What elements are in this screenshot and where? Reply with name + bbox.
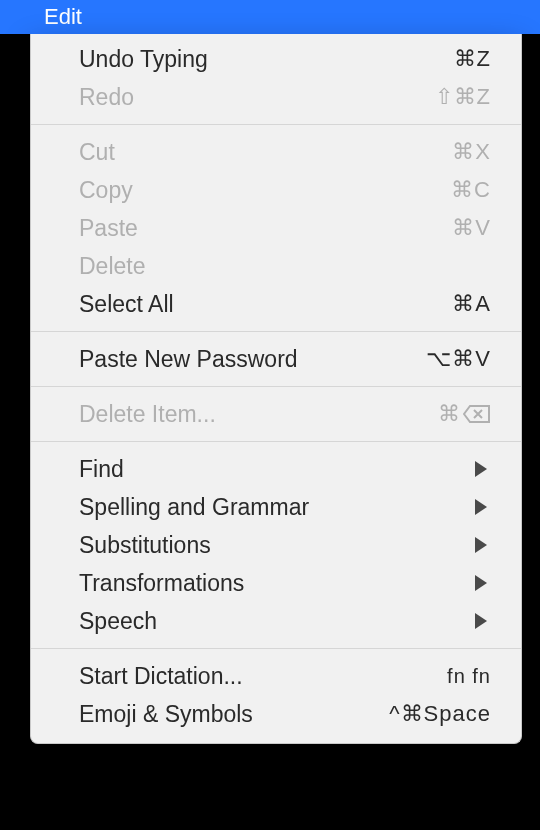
- menu-item-select-all[interactable]: Select All ⌘A: [31, 285, 521, 323]
- menu-separator: [31, 441, 521, 442]
- menu-item-delete: Delete: [31, 247, 521, 285]
- menu-label-delete-item: Delete Item...: [79, 401, 216, 428]
- menu-item-speech[interactable]: Speech: [31, 602, 521, 640]
- menu-label-cut: Cut: [79, 139, 115, 166]
- menu-item-transformations[interactable]: Transformations: [31, 564, 521, 602]
- menu-label-undo: Undo Typing: [79, 46, 208, 73]
- edit-menu-dropdown: Undo Typing ⌘Z Redo ⇧⌘Z Cut ⌘X Copy ⌘C P…: [30, 34, 522, 744]
- menu-item-redo: Redo ⇧⌘Z: [31, 78, 521, 116]
- shortcut-redo: ⇧⌘Z: [435, 84, 491, 110]
- menu-label-select-all: Select All: [79, 291, 174, 318]
- menu-separator: [31, 331, 521, 332]
- shortcut-emoji-symbols: ^⌘Space: [389, 701, 491, 727]
- menu-separator: [31, 648, 521, 649]
- shortcut-undo: ⌘Z: [454, 46, 491, 72]
- menu-label-paste-new-password: Paste New Password: [79, 346, 298, 373]
- menu-label-substitutions: Substitutions: [79, 532, 211, 559]
- chevron-right-icon: [475, 499, 487, 515]
- shortcut-delete-item-prefix: ⌘: [438, 401, 461, 427]
- submenu-indicator-speech: [475, 613, 491, 629]
- menu-item-delete-item: Delete Item... ⌘: [31, 395, 521, 433]
- menu-label-start-dictation: Start Dictation...: [79, 663, 243, 690]
- menu-label-paste: Paste: [79, 215, 138, 242]
- menu-label-copy: Copy: [79, 177, 133, 204]
- submenu-indicator-transformations: [475, 575, 491, 591]
- chevron-right-icon: [475, 537, 487, 553]
- menu-label-transformations: Transformations: [79, 570, 244, 597]
- menu-item-copy: Copy ⌘C: [31, 171, 521, 209]
- menubar-edit[interactable]: Edit: [44, 4, 82, 30]
- shortcut-paste-new-password: ⌥⌘V: [426, 346, 491, 372]
- shortcut-paste: ⌘V: [452, 215, 491, 241]
- menu-item-substitutions[interactable]: Substitutions: [31, 526, 521, 564]
- menu-label-speech: Speech: [79, 608, 157, 635]
- submenu-indicator-find: [475, 461, 491, 477]
- menu-separator: [31, 386, 521, 387]
- shortcut-delete-item: ⌘: [438, 401, 491, 427]
- menubar: Edit: [0, 0, 540, 34]
- menu-item-paste: Paste ⌘V: [31, 209, 521, 247]
- menu-label-find: Find: [79, 456, 124, 483]
- menu-item-emoji-symbols[interactable]: Emoji & Symbols ^⌘Space: [31, 695, 521, 733]
- shortcut-select-all: ⌘A: [452, 291, 491, 317]
- chevron-right-icon: [475, 461, 487, 477]
- chevron-right-icon: [475, 613, 487, 629]
- menu-label-redo: Redo: [79, 84, 134, 111]
- menu-item-start-dictation[interactable]: Start Dictation... fn fn: [31, 657, 521, 695]
- backspace-icon: [463, 404, 491, 424]
- menu-label-emoji-symbols: Emoji & Symbols: [79, 701, 253, 728]
- menu-separator: [31, 124, 521, 125]
- menu-item-undo[interactable]: Undo Typing ⌘Z: [31, 40, 521, 78]
- chevron-right-icon: [475, 575, 487, 591]
- menu-label-delete: Delete: [79, 253, 145, 280]
- shortcut-cut: ⌘X: [452, 139, 491, 165]
- menu-item-find[interactable]: Find: [31, 450, 521, 488]
- menu-label-spelling-grammar: Spelling and Grammar: [79, 494, 309, 521]
- menu-item-spelling-grammar[interactable]: Spelling and Grammar: [31, 488, 521, 526]
- submenu-indicator-substitutions: [475, 537, 491, 553]
- shortcut-start-dictation: fn fn: [447, 665, 491, 688]
- menu-item-cut: Cut ⌘X: [31, 133, 521, 171]
- submenu-indicator-spelling: [475, 499, 491, 515]
- shortcut-copy: ⌘C: [451, 177, 491, 203]
- menu-item-paste-new-password[interactable]: Paste New Password ⌥⌘V: [31, 340, 521, 378]
